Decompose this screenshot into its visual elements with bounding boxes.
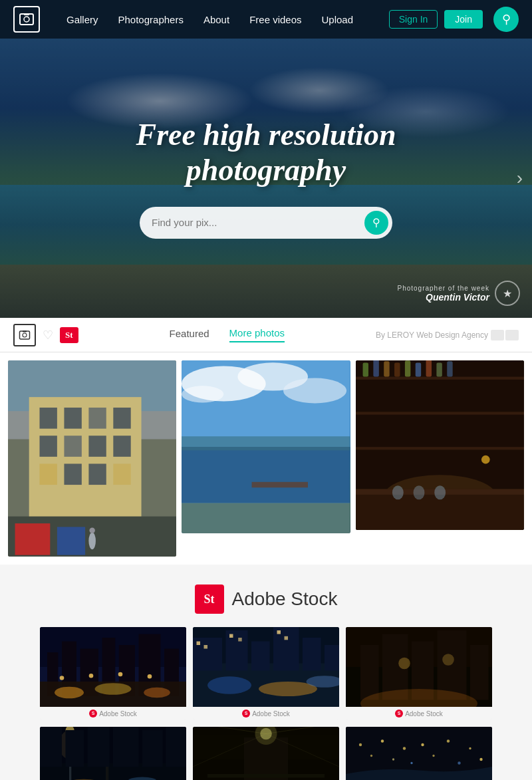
svg-point-135 [403,747,406,749]
svg-rect-44 [384,361,389,376]
logo-icon [13,6,40,33]
svg-rect-47 [415,362,420,376]
svg-rect-94 [360,645,379,700]
svg-point-101 [442,654,454,666]
nav-free-videos[interactable]: Free videos [249,14,301,25]
signin-button[interactable]: Sign In [389,10,438,29]
hero-search-input[interactable] [152,217,364,228]
hero-title: Free high resolution photography [136,118,396,188]
nav-upload[interactable]: Upload [322,14,354,25]
adobe-photo-3[interactable]: S Adobe Stock [346,627,492,720]
photo-item-building[interactable] [8,360,176,557]
svg-rect-45 [394,362,400,376]
svg-point-133 [381,739,384,742]
svg-rect-87 [204,645,208,649]
svg-rect-10 [39,408,57,429]
logo[interactable] [13,6,40,33]
main-nav: Gallery Photographers About Free videos … [66,14,389,25]
svg-rect-91 [285,636,289,640]
adobe-caption-2: S Adobe Stock [193,707,339,720]
photo-item-sea[interactable] [182,360,350,533]
svg-rect-81 [226,630,248,671]
svg-point-134 [392,758,394,760]
adobe-st-badge-small: St [60,327,78,343]
hero-search-button[interactable]: ⚲ [364,211,388,235]
photo-col-3 [356,360,524,557]
svg-rect-50 [447,361,452,376]
agency-icons [491,330,519,340]
svg-rect-21 [113,463,130,485]
adobe-caption-3: S Adobe Stock [346,707,492,720]
header-search-button[interactable]: ⚲ [493,7,519,32]
svg-rect-13 [113,408,130,429]
svg-rect-86 [197,642,201,646]
content-toolbar: ♡ St Featured More photos By LEROY Web D… [0,318,532,352]
svg-rect-2 [24,13,29,15]
adobe-photo-grid: S Adobe Stock [40,627,492,780]
svg-rect-5 [23,330,27,332]
svg-rect-89 [238,638,242,642]
hero-section: Free high resolution photography ⚲ › Pho… [0,39,532,318]
toolbar-agency: By LEROY Web Design Agency [376,330,519,340]
adobe-photo-2[interactable]: S Adobe Stock [193,627,339,720]
photo-item-bar[interactable] [356,360,524,530]
svg-rect-115 [166,727,186,767]
adobe-stock-header: St Adobe Stock [40,585,492,614]
svg-rect-35 [182,503,350,533]
svg-point-72 [89,674,94,678]
svg-rect-33 [182,447,350,503]
adobe-photo-5-img [193,727,339,780]
toolbar-logo [13,324,36,346]
tab-featured[interactable]: Featured [170,328,209,342]
svg-rect-110 [40,727,62,767]
svg-rect-111 [66,730,84,767]
svg-rect-18 [39,463,57,485]
nav-gallery[interactable]: Gallery [66,14,98,25]
photo-col-1 [8,360,176,557]
adobe-photo-6[interactable]: S Adobe Stock [346,727,492,780]
svg-point-137 [421,743,424,746]
svg-point-56 [434,485,446,499]
svg-rect-39 [356,377,524,380]
toolbar-left: ♡ St [13,324,78,346]
adobe-photo-6-img [346,727,492,780]
svg-rect-90 [277,630,281,634]
svg-point-68 [55,687,84,699]
adobe-icon-2: S [242,710,250,717]
hero-next-arrow[interactable]: › [517,168,523,189]
agency-icon-2 [505,330,519,340]
svg-point-74 [148,674,152,679]
svg-rect-113 [113,727,139,767]
svg-rect-49 [436,362,442,376]
adobe-photo-1[interactable]: S Adobe Stock [40,627,186,720]
svg-point-1 [24,17,29,22]
svg-point-31 [283,378,346,404]
svg-rect-23 [15,523,51,555]
svg-point-73 [118,672,123,677]
nav-about[interactable]: About [203,14,229,25]
svg-rect-19 [64,463,81,485]
svg-point-4 [23,333,27,337]
tab-more-photos[interactable]: More photos [229,327,285,342]
adobe-photo-1-img [40,627,186,707]
svg-point-32 [182,386,223,402]
svg-point-77 [207,676,251,694]
svg-point-26 [89,527,94,533]
adobe-caption-1: S Adobe Stock [40,707,186,720]
svg-point-57 [481,455,490,464]
svg-rect-0 [20,14,33,25]
header-actions: Sign In Join ⚲ [389,7,519,32]
adobe-stock-section: St Adobe Stock [0,565,532,780]
svg-rect-98 [470,645,489,700]
heart-icon[interactable]: ♡ [43,328,53,342]
svg-rect-43 [373,360,378,377]
adobe-photo-5[interactable]: S Adobe Stock [193,727,339,780]
adobe-photo-4[interactable]: S Adobe Stock [40,727,186,780]
hero-search-bar[interactable]: ⚲ [140,207,392,239]
svg-point-142 [479,758,482,761]
nav-photographers[interactable]: Photographers [118,14,184,25]
svg-point-55 [413,485,424,499]
svg-point-138 [432,755,434,757]
join-button[interactable]: Join [444,10,483,29]
hero-content: Free high resolution photography ⚲ [136,118,396,239]
